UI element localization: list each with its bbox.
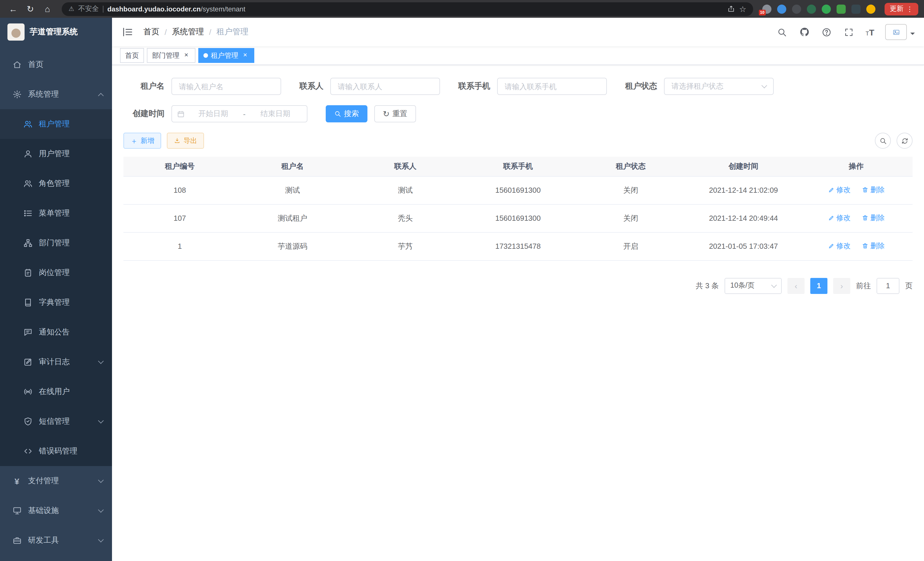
fullscreen-icon[interactable] [843,26,855,38]
gear-icon [12,89,22,99]
contact-field: 联系人 [299,78,440,95]
home-icon[interactable]: ⌂ [40,2,55,16]
current-page-button[interactable]: 1 [810,278,827,294]
sidebar-item-payment-management[interactable]: ¥ 支付管理 [0,466,112,496]
reset-button[interactable]: ↻ 重置 [374,105,416,122]
app-title: 芋道管理系统 [30,27,78,37]
sidebar-item-dict-management[interactable]: 字典管理 [0,288,112,317]
sidebar-item-label: 基础设施 [28,505,59,516]
extensions-row: 10 [762,4,875,14]
extension-icon[interactable] [792,4,801,14]
caret-down-icon [910,33,915,37]
sidebar-item-label: 部门管理 [39,238,70,248]
breadcrumb-separator: / [165,27,167,37]
create-time-range-picker[interactable]: 开始日期 - 结束日期 [171,105,308,122]
sidebar-collapse-icon[interactable] [121,26,134,38]
extension-icon[interactable] [866,4,875,14]
edit-button[interactable]: 修改 [828,241,850,251]
back-icon[interactable]: ← [6,2,21,16]
sidebar-item-error-code-management[interactable]: 错误码管理 [0,436,112,466]
delete-button[interactable]: 删除 [862,185,885,195]
delete-label: 删除 [870,213,885,223]
reload-icon[interactable]: ↻ [23,2,38,16]
add-button[interactable]: ＋ 新增 [123,133,161,149]
table-row: 108 测试 测试 15601691300 关闭 2021-12-14 21:0… [123,176,913,204]
breadcrumb-home[interactable]: 首页 [143,27,159,37]
extension-icon[interactable] [822,4,831,14]
sidebar-item-online-users[interactable]: 在线用户 [0,377,112,407]
col-phone: 联系手机 [462,157,574,176]
contact-input[interactable] [330,78,440,95]
export-button[interactable]: 导出 [167,133,204,149]
tab-tenant-management[interactable]: 租户管理 × [198,48,254,63]
app-frame: 芋道管理系统 首页 系统管理 租户管理 用户管理 [0,18,924,561]
sidebar-item-label: 通知公告 [39,327,70,337]
extension-icon[interactable] [777,4,786,14]
edit-label: 修改 [836,185,850,195]
prev-page-button[interactable]: ‹ [788,278,805,294]
delete-button[interactable]: 删除 [862,213,885,223]
goto-label: 前往 [856,281,871,291]
close-icon[interactable]: × [182,51,190,59]
col-status: 租户状态 [574,157,687,176]
extension-icon[interactable] [807,4,816,14]
status-select[interactable]: 请选择租户状态 [664,78,774,95]
phone-input[interactable] [497,78,607,95]
chevron-down-icon [761,83,767,88]
search-icon[interactable] [776,26,788,38]
edit-button[interactable]: 修改 [828,213,850,223]
refresh-icon[interactable] [897,133,913,149]
extension-icon[interactable] [851,4,861,14]
font-size-icon[interactable]: TT [866,28,874,36]
user-avatar[interactable] [885,24,915,40]
toggle-search-icon[interactable] [875,133,891,149]
chevron-down-icon [98,358,104,364]
sidebar-item-home[interactable]: 首页 [0,50,112,80]
tab-home[interactable]: 首页 [120,48,144,63]
github-icon[interactable] [799,26,810,38]
sidebar-item-audit-log[interactable]: 审计日志 [0,347,112,377]
share-icon[interactable] [728,5,735,13]
roles-icon [23,179,33,188]
online-icon [23,387,33,397]
cell-actions: 修改 删除 [800,204,913,232]
sidebar-item-system-management[interactable]: 系统管理 [0,80,112,109]
sidebar-item-dept-management[interactable]: 部门管理 [0,228,112,258]
breadcrumb-system-management[interactable]: 系统管理 [172,27,204,37]
cell-tenant-id: 107 [123,204,236,232]
app-logo[interactable]: 芋道管理系统 [0,18,112,46]
sidebar-item-tenant-management[interactable]: 租户管理 [0,109,112,139]
cell-status: 关闭 [574,204,687,232]
id-card-icon [23,268,33,278]
reset-icon: ↻ [383,110,389,118]
sidebar-item-notice[interactable]: 通知公告 [0,317,112,347]
tenant-name-field: 租户名 [123,78,281,95]
avatar-image-broken-icon [885,24,907,40]
extension-icon[interactable]: 10 [762,4,771,14]
cell-phone: 17321315478 [462,232,574,260]
update-button[interactable]: 更新 ⋮ [885,3,918,15]
sidebar-item-sms-management[interactable]: 短信管理 [0,407,112,436]
goto-page-input[interactable] [877,278,899,294]
tab-dept-management[interactable]: 部门管理 × [147,48,195,63]
sidebar-item-label: 首页 [28,59,44,70]
help-icon[interactable] [821,26,832,38]
sidebar-item-infrastructure[interactable]: 基础设施 [0,496,112,526]
tenant-name-input[interactable] [171,78,281,95]
page-size-select[interactable]: 10条/页 [724,278,782,294]
sidebar-item-dev-tools[interactable]: 研发工具 [0,526,112,555]
col-created-at: 创建时间 [687,157,800,176]
sidebar-item-user-management[interactable]: 用户管理 [0,139,112,169]
address-bar[interactable]: ⚠ 不安全 dashboard.yudao.iocoder.cn/system/… [62,2,753,16]
edit-button[interactable]: 修改 [828,185,850,195]
next-page-button[interactable]: › [833,278,850,294]
sidebar-item-role-management[interactable]: 角色管理 [0,169,112,199]
sidebar-item-post-management[interactable]: 岗位管理 [0,258,112,288]
bookmark-star-icon[interactable]: ☆ [739,4,746,14]
delete-button[interactable]: 删除 [862,241,885,251]
sidebar-item-menu-management[interactable]: 菜单管理 [0,199,112,228]
search-form-row-1: 租户名 联系人 联系手机 租户状态 请选择租户状态 [123,78,913,95]
close-icon[interactable]: × [241,51,249,59]
extension-icon[interactable] [837,4,846,14]
search-button[interactable]: 搜索 [326,105,368,122]
